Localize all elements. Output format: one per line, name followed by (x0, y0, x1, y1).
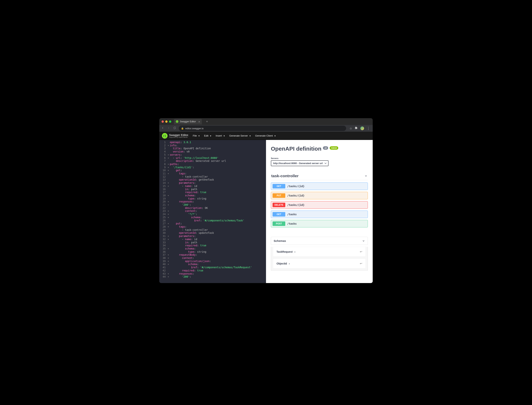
minimize-window-button[interactable] (165, 121, 168, 123)
menu-file[interactable]: File ▼ (193, 134, 200, 137)
version-badge: v0 (323, 146, 328, 150)
code-line[interactable]: 38▾ content: (159, 256, 266, 260)
logo-subtitle: Supported by SMARTBEAR (169, 136, 189, 138)
tab-title: Swagger Editor (180, 120, 196, 123)
schema-name: TaskRequest › (276, 250, 296, 253)
code-line[interactable]: 3 title: OpenAPI definition (159, 147, 266, 150)
op-path: /tasks (287, 222, 297, 225)
api-title-text: OpenAPI definition (271, 146, 322, 152)
code-line[interactable]: 31▾ parameters: (159, 235, 266, 238)
browser-tab[interactable]: { } Swagger Editor × (174, 119, 202, 124)
code-line[interactable]: 13 operationId: getOneTask (159, 178, 266, 181)
code-line[interactable]: 10▾ get: (159, 169, 266, 172)
operation-get-tasks[interactable]: GET/tasks (271, 210, 368, 218)
code-line[interactable]: 4 version: v0 (159, 150, 266, 153)
schemas-list: TaskRequest ›↩ObjectId ›↩ (271, 247, 368, 270)
code-line[interactable]: 25▾ schema: (159, 216, 266, 219)
code-line[interactable]: 17 required: true (159, 191, 266, 194)
schema-objectid[interactable]: ObjectId ›↩ (273, 258, 366, 269)
menu-generate-server[interactable]: Generate Server ▼ (229, 134, 251, 137)
code-line[interactable]: 34 required: true (159, 244, 266, 247)
schemas-title: Schemas (274, 239, 286, 243)
back-button[interactable] (161, 127, 164, 130)
operation-get-tasks--id-[interactable]: GET/tasks/{id} (271, 182, 368, 190)
code-line[interactable]: 8▾paths: (159, 162, 266, 166)
op-path: /tasks (287, 213, 297, 216)
code-line[interactable]: 32▾ - name: id (159, 238, 266, 241)
operation-put-tasks--id-[interactable]: PUT/tasks/{id} (271, 192, 368, 199)
op-path: /tasks/{id} (287, 203, 305, 206)
code-line[interactable]: 35▾ schema: (159, 247, 266, 250)
code-line[interactable]: 24▾ '*/*': (159, 213, 266, 216)
code-line[interactable]: 26 $ref: '#/components/schemas/Task' (159, 219, 266, 222)
code-line[interactable]: 23▾ content: (159, 209, 266, 213)
code-line[interactable]: 37▾ requestBody: (159, 253, 266, 256)
code-line[interactable]: 15▾ - name: id (159, 184, 266, 188)
code-line[interactable]: 6▾ - url: 'http://localhost:8080' (159, 156, 266, 160)
swagger-logo-icon: {·} (162, 133, 168, 139)
code-line[interactable]: 16 in: path (159, 188, 266, 191)
code-line[interactable]: 29 - task-controller (159, 228, 266, 231)
code-line[interactable]: 27▾ put: (159, 222, 266, 225)
code-line[interactable]: 44▾ '200': (159, 275, 266, 278)
tag-header[interactable]: task-controller (271, 172, 368, 180)
oas-badge: OAS3 (330, 146, 338, 150)
code-line[interactable]: 43▾ responses: (159, 272, 266, 275)
swagger-logo: {·} Swagger Editor. Supported by SMARTBE… (162, 133, 189, 139)
forward-button[interactable] (167, 127, 170, 130)
code-line[interactable]: 2▾info: (159, 144, 266, 147)
operation-post-tasks[interactable]: POST/tasks (271, 220, 368, 227)
reload-button[interactable] (173, 127, 176, 130)
expand-icon: ↩ (360, 250, 362, 253)
extensions-icon[interactable] (355, 127, 358, 130)
yaml-editor[interactable]: 1 openapi: 3.0.12▾info:3 title: OpenAPI … (159, 140, 266, 283)
code-line[interactable]: 18▾ schema: (159, 194, 266, 197)
url-input[interactable]: 🔒 editor.swagger.io (179, 126, 346, 131)
method-badge: DELETE (273, 203, 285, 207)
schema-name: ObjectId › (276, 262, 290, 265)
code-line[interactable]: 40▾ schema: (159, 263, 266, 266)
code-line[interactable]: 19 type: string (159, 197, 266, 200)
code-line[interactable]: 14▾ parameters: (159, 181, 266, 184)
code-line[interactable]: 33 in: path (159, 241, 266, 244)
code-line[interactable]: 42 required: true (159, 269, 266, 272)
code-line[interactable]: 39▾ application/json: (159, 260, 266, 263)
code-line[interactable]: 30 operationId: updateTask (159, 231, 266, 235)
favicon-icon: { } (176, 120, 178, 123)
address-bar: 🔒 editor.swagger.io ☆ ⋮ (159, 125, 373, 132)
code-line[interactable]: 9▾ '/tasks/{id}': (159, 166, 266, 169)
code-line[interactable]: 7 description: Generated server url (159, 159, 266, 162)
close-window-button[interactable] (162, 121, 164, 123)
new-tab-button[interactable]: + (204, 120, 210, 124)
title-bar: { } Swagger Editor × + (159, 118, 373, 125)
url-text: editor.swagger.io (185, 127, 204, 130)
op-path: /tasks/{id} (287, 185, 305, 188)
server-select[interactable]: http://localhost:8080 - Generated server… (271, 160, 328, 166)
code-line[interactable]: 36 type: string (159, 250, 266, 253)
operation-delete-tasks--id-[interactable]: DELETE/tasks/{id} (271, 201, 368, 209)
code-line[interactable]: 41 $ref: '#/components/schemas/TaskReque… (159, 266, 266, 269)
menu-edit[interactable]: Edit ▼ (204, 134, 211, 137)
operations-list: GET/tasks/{id}PUT/tasks/{id}DELETE/tasks… (271, 180, 368, 234)
menu-insert[interactable]: Insert ▼ (216, 134, 225, 137)
code-line[interactable]: 20▾ responses: (159, 200, 266, 203)
tag-name: task-controller (271, 174, 299, 178)
bookmark-star-icon[interactable]: ☆ (349, 127, 352, 130)
maximize-window-button[interactable] (169, 121, 171, 123)
workspace: 1 openapi: 3.0.12▾info:3 title: OpenAPI … (159, 140, 373, 283)
close-tab-icon[interactable]: × (198, 120, 200, 123)
code-line[interactable]: 5▾servers: (159, 153, 266, 156)
browser-menu-icon[interactable]: ⋮ (367, 127, 370, 130)
menu-generate-client[interactable]: Generate Client ▼ (255, 134, 276, 137)
code-line[interactable]: 12 - task-controller (159, 175, 266, 178)
code-line[interactable]: 21▾ '200': (159, 203, 266, 206)
code-line[interactable]: 22 description: OK (159, 206, 266, 210)
code-line[interactable]: 1 openapi: 3.0.1 (159, 141, 266, 144)
op-path: /tasks/{id} (287, 194, 305, 197)
schema-taskrequest[interactable]: TaskRequest ›↩ (273, 247, 366, 257)
profile-avatar[interactable] (360, 127, 364, 130)
schemas-header[interactable]: Schemas (271, 237, 368, 245)
code-line[interactable]: 28▾ tags: (159, 225, 266, 228)
swagger-ui-preview[interactable]: OpenAPI definition v0 OAS3 Servers http:… (266, 140, 373, 283)
code-line[interactable]: 11▾ tags: (159, 172, 266, 175)
